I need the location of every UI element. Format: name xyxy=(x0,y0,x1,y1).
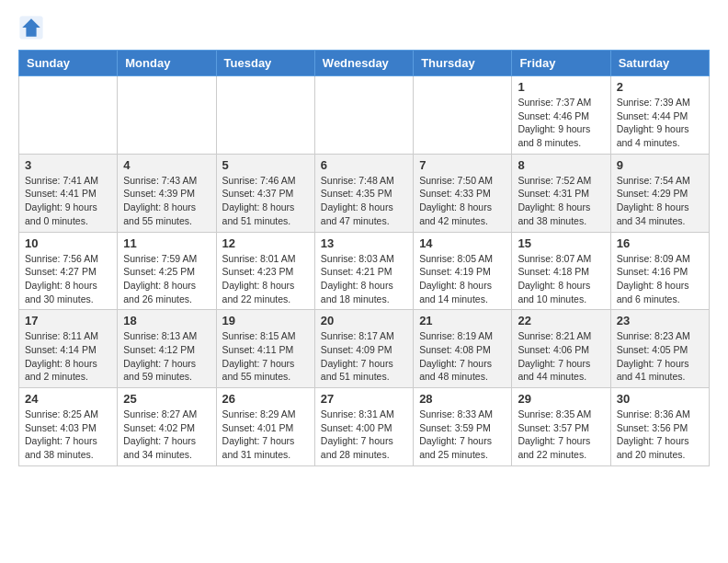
day-info: Sunrise: 8:11 AM Sunset: 4:14 PM Dayligh… xyxy=(25,329,111,384)
calendar-cell: 27Sunrise: 8:31 AM Sunset: 4:00 PM Dayli… xyxy=(314,388,413,466)
day-info: Sunrise: 8:03 AM Sunset: 4:21 PM Dayligh… xyxy=(321,252,407,306)
header-row: Sunday Monday Tuesday Wednesday Thursday… xyxy=(19,51,710,76)
calendar-cell: 29Sunrise: 8:35 AM Sunset: 3:57 PM Dayli… xyxy=(512,388,610,466)
day-info: Sunrise: 8:15 AM Sunset: 4:11 PM Dayligh… xyxy=(222,329,309,384)
day-number: 17 xyxy=(25,314,111,327)
calendar-cell: 18Sunrise: 8:13 AM Sunset: 4:12 PM Dayli… xyxy=(118,310,216,388)
calendar-cell: 17Sunrise: 8:11 AM Sunset: 4:14 PM Dayli… xyxy=(19,310,118,388)
col-friday: Friday xyxy=(512,51,610,76)
day-info: Sunrise: 7:41 AM Sunset: 4:41 PM Dayligh… xyxy=(25,174,111,228)
day-number: 4 xyxy=(123,158,210,172)
day-number: 13 xyxy=(321,236,407,250)
day-number: 28 xyxy=(419,392,506,406)
day-info: Sunrise: 7:54 AM Sunset: 4:29 PM Dayligh… xyxy=(617,174,703,228)
day-info: Sunrise: 8:35 AM Sunset: 3:57 PM Dayligh… xyxy=(518,408,604,462)
calendar-cell: 2Sunrise: 7:39 AM Sunset: 4:44 PM Daylig… xyxy=(610,76,709,155)
col-tuesday: Tuesday xyxy=(216,51,314,76)
day-info: Sunrise: 7:43 AM Sunset: 4:39 PM Dayligh… xyxy=(123,174,210,228)
calendar-cell: 21Sunrise: 8:19 AM Sunset: 4:08 PM Dayli… xyxy=(414,310,512,388)
calendar-body: 1Sunrise: 7:37 AM Sunset: 4:46 PM Daylig… xyxy=(19,76,710,466)
calendar-cell: 11Sunrise: 7:59 AM Sunset: 4:25 PM Dayli… xyxy=(118,232,216,310)
day-number: 30 xyxy=(617,392,703,406)
day-info: Sunrise: 8:05 AM Sunset: 4:19 PM Dayligh… xyxy=(419,252,506,306)
calendar-header: Sunday Monday Tuesday Wednesday Thursday… xyxy=(19,51,710,76)
calendar-cell: 6Sunrise: 7:48 AM Sunset: 4:35 PM Daylig… xyxy=(314,154,413,232)
calendar-cell xyxy=(118,76,216,155)
day-number: 21 xyxy=(419,314,506,327)
day-number: 8 xyxy=(518,158,604,172)
calendar-cell: 24Sunrise: 8:25 AM Sunset: 4:03 PM Dayli… xyxy=(19,388,118,466)
calendar-cell: 8Sunrise: 7:52 AM Sunset: 4:31 PM Daylig… xyxy=(512,154,610,232)
day-info: Sunrise: 7:39 AM Sunset: 4:44 PM Dayligh… xyxy=(617,96,703,150)
calendar-cell: 28Sunrise: 8:33 AM Sunset: 3:59 PM Dayli… xyxy=(414,388,512,466)
col-sunday: Sunday xyxy=(19,51,118,76)
day-number: 29 xyxy=(518,392,604,406)
day-info: Sunrise: 8:36 AM Sunset: 3:56 PM Dayligh… xyxy=(617,408,703,462)
day-number: 25 xyxy=(123,392,210,406)
day-info: Sunrise: 7:48 AM Sunset: 4:35 PM Dayligh… xyxy=(321,174,407,228)
day-info: Sunrise: 8:19 AM Sunset: 4:08 PM Dayligh… xyxy=(419,329,506,384)
day-info: Sunrise: 7:37 AM Sunset: 4:46 PM Dayligh… xyxy=(518,96,604,150)
calendar-cell: 22Sunrise: 8:21 AM Sunset: 4:06 PM Dayli… xyxy=(512,310,610,388)
day-info: Sunrise: 8:33 AM Sunset: 3:59 PM Dayligh… xyxy=(419,408,506,462)
day-info: Sunrise: 8:07 AM Sunset: 4:18 PM Dayligh… xyxy=(518,252,604,306)
day-number: 26 xyxy=(222,392,309,406)
day-number: 2 xyxy=(617,80,703,94)
day-number: 15 xyxy=(518,236,604,250)
logo-icon xyxy=(18,15,44,40)
calendar-cell: 4Sunrise: 7:43 AM Sunset: 4:39 PM Daylig… xyxy=(118,154,216,232)
calendar-table: Sunday Monday Tuesday Wednesday Thursday… xyxy=(18,50,710,466)
col-wednesday: Wednesday xyxy=(314,51,413,76)
calendar-cell: 15Sunrise: 8:07 AM Sunset: 4:18 PM Dayli… xyxy=(512,232,610,310)
day-number: 12 xyxy=(222,236,309,250)
day-info: Sunrise: 8:31 AM Sunset: 4:00 PM Dayligh… xyxy=(321,408,407,462)
day-info: Sunrise: 8:27 AM Sunset: 4:02 PM Dayligh… xyxy=(123,408,210,462)
day-info: Sunrise: 8:23 AM Sunset: 4:05 PM Dayligh… xyxy=(617,329,703,384)
day-number: 5 xyxy=(222,158,309,172)
calendar-cell: 14Sunrise: 8:05 AM Sunset: 4:19 PM Dayli… xyxy=(414,232,512,310)
day-info: Sunrise: 8:29 AM Sunset: 4:01 PM Dayligh… xyxy=(222,408,309,462)
calendar-week-5: 24Sunrise: 8:25 AM Sunset: 4:03 PM Dayli… xyxy=(19,388,710,466)
calendar-week-2: 3Sunrise: 7:41 AM Sunset: 4:41 PM Daylig… xyxy=(19,154,710,232)
day-info: Sunrise: 8:13 AM Sunset: 4:12 PM Dayligh… xyxy=(123,329,210,384)
day-number: 3 xyxy=(25,158,111,172)
calendar-wrap: Sunday Monday Tuesday Wednesday Thursday… xyxy=(0,50,728,476)
calendar-cell: 30Sunrise: 8:36 AM Sunset: 3:56 PM Dayli… xyxy=(610,388,709,466)
calendar-cell: 25Sunrise: 8:27 AM Sunset: 4:02 PM Dayli… xyxy=(118,388,216,466)
calendar-cell: 19Sunrise: 8:15 AM Sunset: 4:11 PM Dayli… xyxy=(216,310,314,388)
col-thursday: Thursday xyxy=(414,51,512,76)
calendar-cell: 9Sunrise: 7:54 AM Sunset: 4:29 PM Daylig… xyxy=(610,154,709,232)
calendar-cell: 20Sunrise: 8:17 AM Sunset: 4:09 PM Dayli… xyxy=(314,310,413,388)
day-info: Sunrise: 8:09 AM Sunset: 4:16 PM Dayligh… xyxy=(617,252,703,306)
day-number: 9 xyxy=(617,158,703,172)
day-number: 16 xyxy=(617,236,703,250)
calendar-cell: 1Sunrise: 7:37 AM Sunset: 4:46 PM Daylig… xyxy=(512,76,610,155)
calendar-week-4: 17Sunrise: 8:11 AM Sunset: 4:14 PM Dayli… xyxy=(19,310,710,388)
day-number: 7 xyxy=(419,158,506,172)
calendar-cell xyxy=(414,76,512,155)
calendar-cell: 26Sunrise: 8:29 AM Sunset: 4:01 PM Dayli… xyxy=(216,388,314,466)
calendar-cell: 5Sunrise: 7:46 AM Sunset: 4:37 PM Daylig… xyxy=(216,154,314,232)
day-info: Sunrise: 8:21 AM Sunset: 4:06 PM Dayligh… xyxy=(518,329,604,384)
day-info: Sunrise: 8:01 AM Sunset: 4:23 PM Dayligh… xyxy=(222,252,309,306)
calendar-week-1: 1Sunrise: 7:37 AM Sunset: 4:46 PM Daylig… xyxy=(19,76,710,155)
day-info: Sunrise: 8:25 AM Sunset: 4:03 PM Dayligh… xyxy=(25,408,111,462)
calendar-cell: 10Sunrise: 7:56 AM Sunset: 4:27 PM Dayli… xyxy=(19,232,118,310)
day-number: 14 xyxy=(419,236,506,250)
day-number: 10 xyxy=(25,236,111,250)
day-number: 24 xyxy=(25,392,111,406)
calendar-cell: 16Sunrise: 8:09 AM Sunset: 4:16 PM Dayli… xyxy=(610,232,709,310)
header xyxy=(0,0,728,50)
calendar-cell: 3Sunrise: 7:41 AM Sunset: 4:41 PM Daylig… xyxy=(19,154,118,232)
day-number: 27 xyxy=(321,392,407,406)
day-info: Sunrise: 7:52 AM Sunset: 4:31 PM Dayligh… xyxy=(518,174,604,228)
logo xyxy=(18,15,48,40)
col-saturday: Saturday xyxy=(610,51,709,76)
day-number: 19 xyxy=(222,314,309,327)
calendar-week-3: 10Sunrise: 7:56 AM Sunset: 4:27 PM Dayli… xyxy=(19,232,710,310)
day-info: Sunrise: 7:56 AM Sunset: 4:27 PM Dayligh… xyxy=(25,252,111,306)
day-number: 1 xyxy=(518,80,604,94)
day-info: Sunrise: 7:50 AM Sunset: 4:33 PM Dayligh… xyxy=(419,174,506,228)
day-info: Sunrise: 7:46 AM Sunset: 4:37 PM Dayligh… xyxy=(222,174,309,228)
calendar-cell: 12Sunrise: 8:01 AM Sunset: 4:23 PM Dayli… xyxy=(216,232,314,310)
